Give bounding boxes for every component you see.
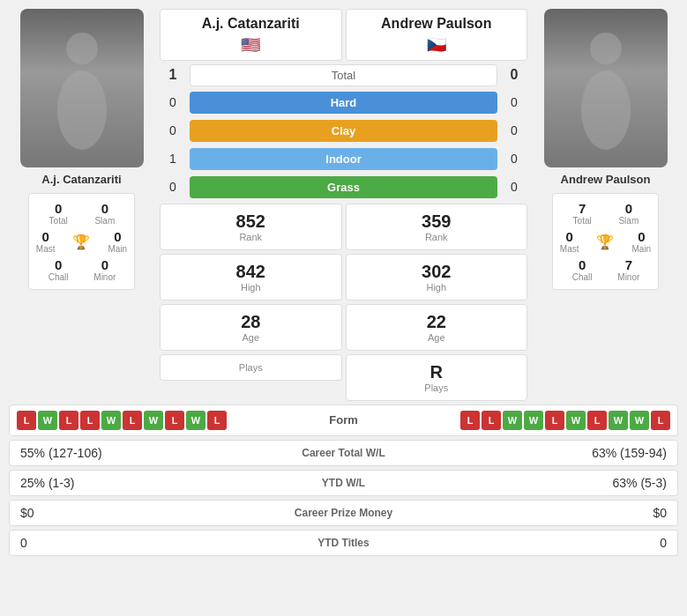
clay-left-count: 0 (160, 123, 186, 137)
left-chall: 0 Chall (36, 257, 81, 282)
total-left-val: 1 (160, 67, 186, 83)
career-wl-label: Career Total W/L (235, 447, 451, 459)
left-name-box: A.j. Catanzariti 🇺🇸 (160, 9, 342, 61)
right-player-stats-bg: 7 Total 0 Slam 0 Mast 🏆 0 (552, 193, 659, 290)
indoor-row: 1 Indoor 0 (160, 146, 527, 172)
right-career-prize: $0 (452, 506, 667, 520)
right-flag: 🇨🇿 (355, 35, 519, 55)
grass-row: 0 Grass 0 (160, 174, 527, 200)
center-area: A.j. Catanzariti 🇺🇸 Andrew Paulson 🇨🇿 1 … (160, 9, 527, 404)
main-container: A.j. Catanzariti 0 Total 0 Slam 0 Mast (0, 0, 687, 568)
indoor-button[interactable]: Indoor (190, 148, 497, 170)
left-age-lbl: Age (168, 332, 334, 343)
form-badge-l: L (482, 411, 501, 430)
indoor-right-count: 0 (501, 152, 527, 166)
right-player-area: Andrew Paulson 7 Total 0 Slam 0 Mast (533, 9, 678, 290)
right-total-val: 7 Total (560, 201, 605, 226)
right-rank-val: 359 (354, 212, 520, 232)
hard-button[interactable]: Hard (190, 92, 497, 114)
form-label: Form (329, 413, 358, 427)
right-player-name: Andrew Paulson (561, 173, 651, 186)
right-plays-val: R (354, 362, 520, 382)
form-badge-l: L (587, 411, 607, 430)
form-badge-w: W (186, 411, 205, 430)
left-age-box: 28 Age (160, 304, 342, 351)
left-rank-high-age: 852 Rank 842 High 28 Age Plays (160, 204, 342, 404)
left-minor: 0 Minor (82, 257, 127, 282)
left-trophy-row: 0 Mast 🏆 0 Main (34, 227, 129, 256)
form-badge-l: L (545, 411, 564, 430)
form-badge-l: L (651, 411, 670, 430)
right-age-lbl: Age (354, 332, 520, 343)
right-rank-lbl: Rank (354, 232, 520, 242)
left-bottom-stats: 0 Chall 0 Minor (34, 256, 129, 284)
right-ytd-titles: 0 (452, 536, 667, 550)
total-row: 1 Total 0 (160, 64, 527, 86)
form-badge-l: L (80, 411, 100, 430)
form-badge-w: W (566, 411, 586, 430)
right-stats-grid: 7 Total 0 Slam (558, 199, 653, 227)
clay-row: 0 Clay 0 (160, 118, 527, 144)
clay-button[interactable]: Clay (190, 120, 497, 142)
left-trophy-icon: 🏆 (72, 234, 90, 250)
left-center-name: A.j. Catanzariti (169, 15, 332, 33)
left-flag: 🇺🇸 (169, 35, 332, 55)
hard-left-count: 0 (160, 95, 186, 109)
ytd-titles-row: 0 YTD Titles 0 (9, 530, 678, 556)
left-stats-grid: 0 Total 0 Slam (34, 199, 129, 227)
left-main: 0 Main (108, 229, 127, 254)
right-trophy-icon: 🏆 (596, 234, 614, 250)
left-rank-box: 852 Rank (160, 204, 342, 250)
left-mast: 0 Mast (36, 229, 56, 254)
ytd-titles-label: YTD Titles (235, 537, 451, 549)
svg-point-1 (57, 71, 107, 150)
total-right-val: 0 (501, 67, 527, 83)
left-high-val: 842 (168, 262, 334, 282)
left-plays-lbl: Plays (168, 362, 334, 373)
right-trophy-row: 0 Mast 🏆 0 Main (558, 227, 653, 256)
right-main: 0 Main (631, 229, 651, 254)
career-wl-row: 55% (127-106) Career Total W/L 63% (159-… (9, 440, 678, 466)
form-badge-l: L (207, 411, 227, 430)
left-ytd-wl: 25% (1-3) (20, 476, 235, 490)
left-player-area: A.j. Catanzariti 0 Total 0 Slam 0 Mast (9, 9, 154, 290)
hard-right-count: 0 (501, 95, 527, 109)
grass-left-count: 0 (160, 180, 186, 194)
left-total-val: 0 Total (36, 201, 81, 226)
svg-point-0 (66, 33, 98, 64)
left-ytd-titles: 0 (20, 536, 235, 550)
left-player-stats-bg: 0 Total 0 Slam 0 Mast 🏆 0 (28, 193, 135, 290)
right-career-wl: 63% (159-94) (452, 446, 667, 460)
form-badge-w: W (503, 411, 522, 430)
left-high-box: 842 High (160, 254, 342, 301)
right-minor: 7 Minor (606, 257, 651, 282)
right-center-name: Andrew Paulson (355, 15, 519, 33)
left-player-name: A.j. Catanzariti (41, 173, 121, 186)
ytd-wl-row: 25% (1-3) YTD W/L 63% (5-3) (9, 470, 678, 496)
clay-right-count: 0 (501, 123, 527, 137)
right-plays-lbl: Plays (354, 382, 520, 393)
form-badge-l: L (17, 411, 36, 430)
left-career-prize: $0 (20, 506, 235, 520)
left-high-lbl: High (168, 282, 334, 293)
right-high-val: 302 (354, 262, 520, 282)
right-player-photo (544, 9, 668, 167)
right-age-val: 22 (354, 312, 520, 332)
left-player-photo (20, 9, 144, 167)
ytd-wl-label: YTD W/L (235, 477, 451, 489)
grass-button[interactable]: Grass (190, 176, 497, 198)
form-badge-l: L (460, 411, 480, 430)
names-row: A.j. Catanzariti 🇺🇸 Andrew Paulson 🇨🇿 (160, 9, 527, 61)
right-rank-high-age: 359 Rank 302 High 22 Age R Plays (346, 204, 528, 404)
right-name-box: Andrew Paulson 🇨🇿 (346, 9, 528, 61)
left-rank-lbl: Rank (168, 232, 334, 242)
left-form-badges: LWLLWLWLWL (17, 411, 227, 430)
hard-row: 0 Hard 0 (160, 90, 527, 115)
right-ytd-wl: 63% (5-3) (452, 476, 667, 490)
right-high-box: 302 High (346, 254, 528, 301)
form-badge-l: L (165, 411, 184, 430)
form-badge-w: W (609, 411, 628, 430)
career-prize-row: $0 Career Prize Money $0 (9, 500, 678, 526)
right-rank-box: 359 Rank (346, 204, 528, 250)
form-badge-l: L (59, 411, 78, 430)
